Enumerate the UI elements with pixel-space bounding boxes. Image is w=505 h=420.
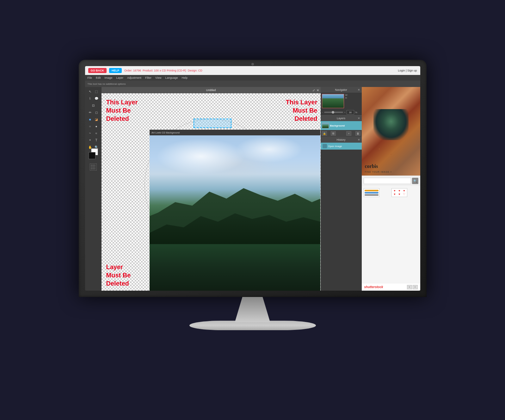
- nav-zoom-plus[interactable]: +: [344, 111, 346, 114]
- shutterstock-search-button[interactable]: 🔍: [412, 178, 418, 184]
- heart-1: ♥: [392, 189, 397, 192]
- burn-tool[interactable]: ●: [94, 123, 99, 129]
- menu-language[interactable]: Language: [165, 76, 178, 79]
- layer-link-button[interactable]: ⛓: [331, 131, 336, 136]
- top-bar: GO BACK HELP Order: 16796 Product: 100 x…: [85, 66, 420, 75]
- layer-lock-button[interactable]: 🔒: [322, 131, 327, 136]
- gray-bar: [365, 194, 379, 196]
- corbis-brand: corbis: [365, 164, 378, 169]
- nav-zoom-percent: %: [355, 111, 357, 114]
- stock-thumb-2[interactable]: ♥ ♥ ♥ ♥ ♥ ♡ ♥ ♥ ♥: [391, 188, 418, 197]
- nav-controls: W: H:: [345, 94, 348, 108]
- toolbar-row-6: ○ ●: [87, 123, 99, 129]
- text-tool[interactable]: T: [94, 137, 99, 143]
- canvas-title-bar: Untitled ⤢ ✕: [102, 87, 321, 93]
- landscape-image: Art Loeb CD Background: [150, 130, 321, 291]
- navigator-content: W: H:: [321, 93, 362, 109]
- navigator-close-button[interactable]: ✕: [358, 88, 360, 91]
- menu-adjustment[interactable]: Adjustment: [127, 76, 141, 79]
- landscape-title: Art Loeb CD Background: [151, 131, 180, 134]
- history-item[interactable]: Open Image: [321, 143, 362, 150]
- menu-filter[interactable]: Filter: [145, 76, 151, 79]
- stock-panel: corbis FIND YOUR IMAGE > 🔍: [362, 87, 420, 291]
- layer-delete-button[interactable]: 🗑: [355, 131, 360, 136]
- prev-button[interactable]: ‹: [407, 285, 412, 289]
- eraser-tool[interactable]: ◻: [94, 109, 99, 115]
- history-item-name: Open Image: [328, 145, 342, 148]
- hearts-grid: ♥ ♥ ♥ ♥ ♥ ♡ ♥ ♥ ♥: [392, 188, 407, 197]
- orange-bar: [365, 190, 379, 191]
- stock-thumbnails: ♥ ♥ ♥ ♥ ♥ ♡ ♥ ♥ ♥: [362, 186, 420, 283]
- nav-arrows: ‹ ›: [407, 285, 418, 289]
- history-header: History ✕: [321, 137, 362, 143]
- layer-item-background[interactable]: Background: [321, 121, 362, 130]
- pen-tool[interactable]: ⌖: [87, 137, 93, 143]
- nav-zoom-minus[interactable]: −: [322, 111, 323, 114]
- shutterstock-search-input[interactable]: [364, 178, 411, 184]
- auth-links[interactable]: Login | Sign up: [398, 69, 417, 72]
- smudge-tool[interactable]: ~: [87, 130, 93, 136]
- right-panels: Navigator ✕ W: H: −: [321, 87, 362, 291]
- lasso-tool[interactable]: ⌇: [87, 96, 93, 101]
- heart-8: ♥: [397, 196, 402, 197]
- menu-bar: File Edit Image Layer Adjustment Filter …: [85, 75, 420, 81]
- blur-tool[interactable]: ≈: [94, 130, 99, 136]
- canvas-title: Untitled: [206, 89, 216, 92]
- history-icon: [323, 144, 327, 148]
- red-text-bottom-left: LayerMust BeDeleted: [106, 263, 131, 287]
- heart-2: ♥: [397, 189, 402, 192]
- stock-thumb-preview-2: ♥ ♥ ♥ ♥ ♥ ♡ ♥ ♥ ♥: [391, 188, 407, 197]
- crop-tool[interactable]: ⊡: [90, 102, 96, 108]
- navigator-title: Navigator: [335, 88, 347, 91]
- toolbar-row-2: ⌇ 💬: [87, 96, 99, 101]
- pattern-picker[interactable]: [90, 164, 97, 170]
- menu-layer[interactable]: Layer: [116, 76, 124, 79]
- nav-slider-thumb: [332, 111, 334, 114]
- history-title: History: [336, 138, 345, 141]
- tool-options-text: This tool has no additional options: [88, 83, 126, 85]
- maximize-button[interactable]: ⤢: [312, 89, 315, 92]
- go-back-button[interactable]: GO BACK: [88, 68, 107, 73]
- monitor: GO BACK HELP Order: 16796 Product: 100 x…: [63, 60, 442, 360]
- heart-4: ♥: [392, 193, 397, 196]
- paint-tool[interactable]: ■: [87, 116, 93, 122]
- menu-file[interactable]: File: [88, 76, 92, 79]
- layers-close-button[interactable]: ✕: [358, 117, 360, 120]
- canvas-window: Untitled ⤢ ✕ This LayerMust BeDeleted: [102, 87, 321, 291]
- toolbar-row-1: ↖ ⬚: [87, 89, 99, 94]
- left-toolbar: ↖ ⬚ ⌇ 💬 ⊡ ✏ ◻ ■: [85, 87, 102, 291]
- nav-slider[interactable]: [324, 112, 343, 113]
- heart-5: ♥: [397, 193, 402, 196]
- next-button[interactable]: ›: [413, 285, 418, 289]
- close-canvas-button[interactable]: ✕: [317, 89, 319, 92]
- background-color[interactable]: [89, 152, 95, 159]
- menu-view[interactable]: View: [155, 76, 161, 79]
- layers-panel: Layers ✕ Background 🔒 ⛓ + 🗑: [321, 115, 362, 137]
- layers-title: Layers: [337, 117, 345, 120]
- toolbar-row-5: ■ ◪: [87, 116, 99, 122]
- layer-thumbnail: [322, 123, 329, 128]
- landscape-title-bar: Art Loeb CD Background: [150, 130, 321, 135]
- dodge-tool[interactable]: ○: [87, 123, 93, 129]
- heart-9: ♥: [402, 196, 406, 197]
- shutterstock-logo: shutterstock: [364, 285, 383, 289]
- monitor-stand-neck: [227, 297, 278, 322]
- order-info: Order: 16796 Product: 100 x CD Printing …: [124, 69, 202, 72]
- arrow-tool[interactable]: ↖: [87, 89, 93, 94]
- gradient-tool[interactable]: ◪: [94, 116, 99, 122]
- marquee-tool[interactable]: ⬚: [94, 89, 99, 94]
- stock-thumb-preview-1: [364, 188, 379, 197]
- history-close-button[interactable]: ✕: [358, 138, 360, 141]
- speech-tool[interactable]: 💬: [94, 96, 99, 101]
- menu-help[interactable]: Help: [182, 76, 188, 79]
- screen-bezel: GO BACK HELP Order: 16796 Product: 100 x…: [79, 60, 427, 297]
- canvas-content[interactable]: This LayerMust BeDeleted This LayerMust …: [102, 93, 321, 291]
- menu-edit[interactable]: Edit: [96, 76, 101, 79]
- pencil-tool[interactable]: ✏: [87, 109, 93, 115]
- nav-zoom-input[interactable]: [347, 110, 354, 114]
- menu-image[interactable]: Image: [105, 76, 113, 79]
- layer-new-button[interactable]: +: [346, 131, 351, 136]
- stock-thumb-1[interactable]: [364, 188, 391, 197]
- layer-name: Background: [330, 124, 345, 127]
- help-button[interactable]: HELP: [109, 68, 122, 73]
